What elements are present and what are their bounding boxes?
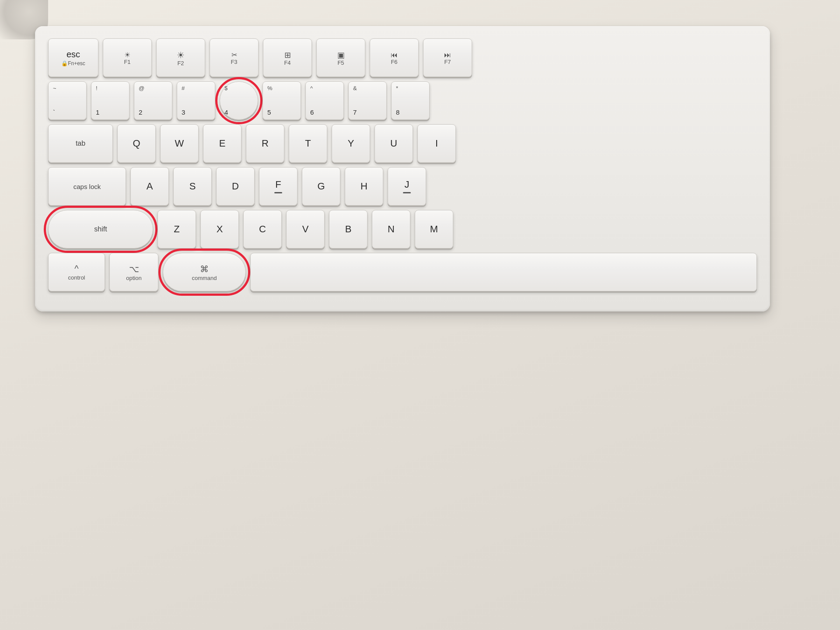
key-f6[interactable]: ⏮ F6	[370, 38, 419, 77]
key-f2[interactable]: ☀ F2	[156, 38, 205, 77]
key-h[interactable]: H	[345, 167, 383, 206]
key-6-top: ^	[310, 85, 313, 91]
key-5[interactable]: % 5	[262, 81, 301, 120]
key-esc[interactable]: esc 🔒Fn+esc	[48, 38, 98, 77]
key-c[interactable]: C	[243, 210, 282, 248]
rewind-icon: ⏮	[391, 51, 398, 59]
key-f6-label: F6	[391, 59, 397, 65]
key-b-label: B	[345, 224, 352, 234]
modifier-row: ^ control ⌥ option ⌘ command	[48, 253, 757, 291]
key-f7-label: F7	[444, 59, 451, 65]
number-row: ~ ` ! 1 @ 2 # 3 $ 4	[48, 81, 757, 120]
key-8-bottom: 8	[396, 108, 399, 116]
key-7-bottom: 7	[353, 108, 357, 116]
key-esc-sub: 🔒Fn+esc	[61, 61, 85, 66]
key-x[interactable]: X	[200, 210, 239, 248]
scissors-icon: ✂	[231, 51, 237, 59]
key-x-label: X	[217, 224, 223, 234]
key-control[interactable]: ^ control	[48, 253, 105, 291]
key-y-label: Y	[348, 138, 354, 149]
key-g-label: G	[317, 181, 325, 192]
key-m[interactable]: M	[415, 210, 453, 248]
key-tab-label: tab	[76, 140, 85, 147]
key-8[interactable]: * 8	[391, 81, 430, 120]
key-8-top: *	[396, 85, 398, 91]
grid-icon: ⊞	[284, 50, 291, 60]
key-option-label: option	[126, 275, 141, 281]
key-r[interactable]: R	[246, 124, 284, 163]
key-i[interactable]: I	[417, 124, 456, 163]
key-s[interactable]: S	[173, 167, 212, 206]
key-f1[interactable]: ☀ F1	[103, 38, 152, 77]
bottom-alpha-row: shift Z X C V B N M	[48, 210, 757, 248]
key-f4[interactable]: ⊞ F4	[263, 38, 312, 77]
key-f-label: F	[275, 179, 281, 190]
key-4-bottom: 4	[224, 108, 228, 116]
fn-row: esc 🔒Fn+esc ☀ F1 ☀ F2 ✂ F3 ⊞ F4	[48, 38, 757, 77]
key-q-label: Q	[133, 138, 140, 149]
key-s-label: S	[189, 181, 196, 192]
key-4[interactable]: $ 4	[220, 81, 258, 120]
key-d[interactable]: D	[216, 167, 255, 206]
key-1[interactable]: ! 1	[91, 81, 130, 120]
key-2[interactable]: @ 2	[134, 81, 172, 120]
key-3-top: #	[182, 85, 185, 91]
key-backtick[interactable]: ~ `	[48, 81, 87, 120]
option-icon: ⌥	[129, 264, 139, 274]
key-caps-lock[interactable]: caps lock	[48, 167, 126, 206]
key-f7[interactable]: ⏭ F7	[423, 38, 472, 77]
key-c-label: C	[259, 224, 266, 234]
key-g[interactable]: G	[302, 167, 340, 206]
key-f3[interactable]: ✂ F3	[210, 38, 259, 77]
key-b[interactable]: B	[329, 210, 368, 248]
key-a-label: A	[147, 181, 153, 192]
key-z-label: Z	[174, 224, 179, 234]
key-1-top: !	[96, 85, 98, 91]
key-j-label: J	[405, 179, 410, 190]
key-option[interactable]: ⌥ option	[109, 253, 158, 291]
home-row: caps lock A S D F G H J	[48, 167, 757, 206]
key-5-bottom: 5	[267, 108, 271, 116]
key-e[interactable]: E	[203, 124, 242, 163]
key-j-bump	[403, 192, 411, 193]
key-4-top: $	[224, 85, 228, 91]
key-7[interactable]: & 7	[348, 81, 387, 120]
key-f4-label: F4	[284, 60, 290, 66]
key-t-label: T	[305, 138, 311, 149]
brightness-low-icon: ☀	[124, 51, 130, 59]
key-z[interactable]: Z	[158, 210, 196, 248]
key-6-bottom: 6	[310, 108, 314, 116]
key-y[interactable]: Y	[332, 124, 370, 163]
key-w[interactable]: W	[160, 124, 199, 163]
key-shift-label: shift	[94, 225, 107, 233]
keyboard-wrapper: esc 🔒Fn+esc ☀ F1 ☀ F2 ✂ F3 ⊞ F4	[35, 26, 801, 604]
key-7-top: &	[353, 85, 357, 91]
key-n[interactable]: N	[372, 210, 410, 248]
key-esc-label: esc	[66, 49, 80, 59]
key-f3-label: F3	[231, 59, 237, 65]
qwerty-row: tab Q W E R T Y U I	[48, 124, 757, 163]
key-2-top: @	[139, 85, 144, 91]
key-a[interactable]: A	[130, 167, 169, 206]
key-j[interactable]: J	[388, 167, 426, 206]
key-f5[interactable]: ▣ F5	[316, 38, 365, 77]
key-u[interactable]: U	[374, 124, 413, 163]
key-t[interactable]: T	[289, 124, 327, 163]
key-2-bottom: 2	[139, 108, 142, 116]
key-shift-left[interactable]: shift	[48, 210, 153, 248]
key-q[interactable]: Q	[117, 124, 156, 163]
key-command[interactable]: ⌘ command	[163, 253, 246, 291]
key-d-label: D	[232, 181, 239, 192]
key-1-bottom: 1	[96, 108, 99, 116]
command-icon: ⌘	[200, 264, 209, 274]
key-6[interactable]: ^ 6	[305, 81, 344, 120]
key-u-label: U	[390, 138, 397, 149]
key-h-label: H	[360, 181, 368, 192]
key-v[interactable]: V	[286, 210, 325, 248]
key-space[interactable]	[250, 253, 757, 291]
key-m-label: M	[430, 224, 438, 234]
key-3[interactable]: # 3	[177, 81, 215, 120]
key-caps-label: caps lock	[74, 183, 101, 190]
key-f[interactable]: F	[259, 167, 298, 206]
key-tab[interactable]: tab	[48, 124, 113, 163]
